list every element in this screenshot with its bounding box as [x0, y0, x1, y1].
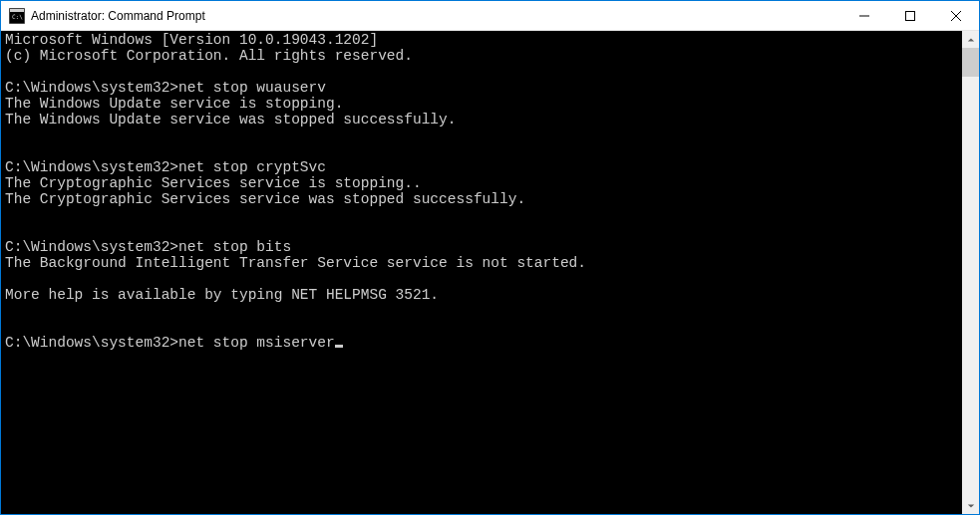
maximize-button[interactable]	[887, 1, 933, 30]
terminal-output[interactable]: Microsoft Windows [Version 10.0.19043.12…	[1, 31, 962, 514]
terminal-line	[5, 129, 962, 144]
titlebar[interactable]: C:\ Administrator: Command Prompt	[1, 1, 979, 31]
terminal-line: The Windows Update service is stopping.	[5, 97, 962, 113]
terminal-line	[5, 208, 962, 224]
terminal-line	[5, 320, 962, 336]
content-area: Microsoft Windows [Version 10.0.19043.12…	[1, 31, 979, 514]
terminal-line	[5, 304, 962, 320]
terminal-line: More help is available by typing NET HEL…	[5, 288, 962, 304]
terminal-line	[5, 65, 962, 81]
minimize-button[interactable]	[841, 1, 887, 30]
terminal-line: Microsoft Windows [Version 10.0.19043.12…	[5, 33, 962, 49]
terminal-line: The Windows Update service was stopped s…	[5, 113, 962, 129]
terminal-line: The Cryptographic Services service was s…	[5, 192, 962, 208]
terminal-line: C:\Windows\system32>net stop wuauserv	[5, 81, 962, 97]
cursor	[335, 345, 343, 348]
terminal-current-line: C:\Windows\system32>net stop msiserver	[5, 336, 962, 352]
terminal-line	[5, 144, 962, 160]
scroll-down-arrow[interactable]	[962, 497, 979, 514]
terminal-line: The Cryptographic Services service is st…	[5, 176, 962, 192]
vertical-scrollbar[interactable]	[962, 31, 979, 514]
terminal-line: (c) Microsoft Corporation. All rights re…	[5, 49, 962, 65]
svg-text:C:\: C:\	[12, 13, 23, 20]
command-prompt-window: C:\ Administrator: Command Prompt Micros…	[1, 1, 979, 514]
svg-rect-1	[10, 9, 24, 12]
terminal-line: C:\Windows\system32>net stop bits	[5, 240, 962, 256]
terminal-line	[5, 272, 962, 288]
window-controls	[841, 1, 979, 30]
window-title: Administrator: Command Prompt	[31, 9, 841, 23]
cmd-icon: C:\	[9, 8, 25, 24]
close-button[interactable]	[933, 1, 979, 30]
terminal-line: C:\Windows\system32>net stop cryptSvc	[5, 160, 962, 176]
scroll-thumb[interactable]	[962, 48, 979, 77]
terminal-line	[5, 224, 962, 240]
terminal-line: The Background Intelligent Transfer Serv…	[5, 256, 962, 272]
scroll-up-arrow[interactable]	[962, 31, 979, 48]
svg-rect-4	[906, 11, 915, 20]
scroll-track[interactable]	[962, 48, 979, 497]
